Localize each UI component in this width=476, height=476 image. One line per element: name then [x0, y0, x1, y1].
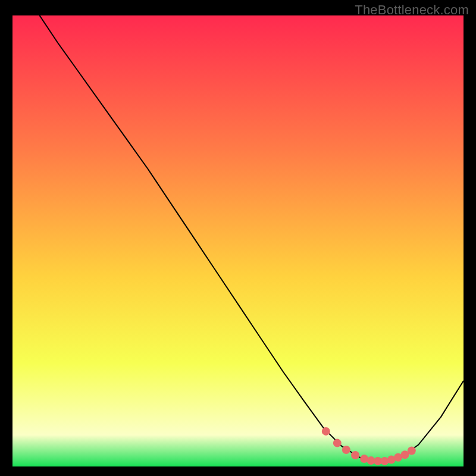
chart-frame: TheBottleneck.com [0, 0, 476, 476]
marker-dot [333, 439, 342, 447]
marker-dot [351, 451, 359, 459]
marker-dot [408, 447, 416, 455]
plot-area [12, 15, 464, 466]
marker-dot [322, 427, 330, 436]
gradient-plot-svg [12, 15, 464, 466]
marker-dot [342, 446, 350, 454]
gradient-background [12, 15, 464, 466]
